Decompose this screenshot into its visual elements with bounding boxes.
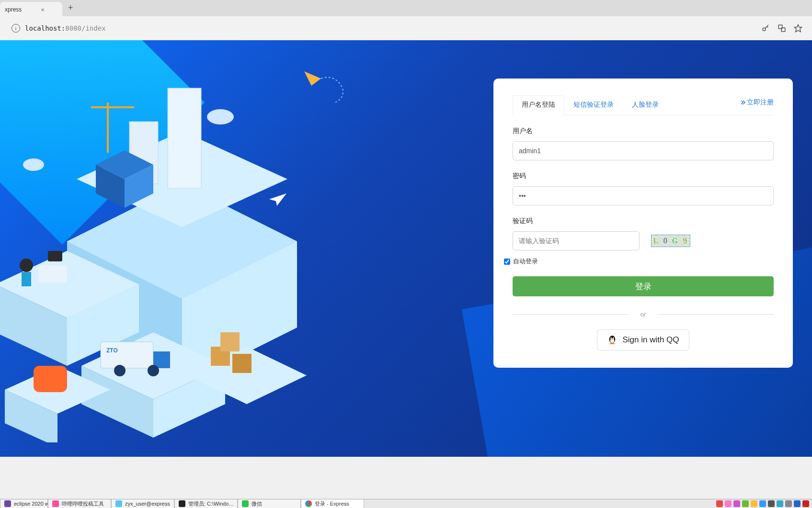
taskbar-label: zyx_user@express — [125, 501, 170, 507]
taskbar-item-cmd[interactable]: 管理员: C:\Windo… — [174, 499, 238, 508]
star-icon[interactable] — [794, 24, 802, 33]
login-button[interactable]: 登录 — [513, 276, 774, 296]
taskbar-item-wechat[interactable]: 微信 — [238, 499, 301, 508]
address-bar[interactable]: i localhost:8080/index — [5, 20, 752, 36]
tray-icon[interactable] — [716, 500, 723, 507]
app-icon — [52, 500, 59, 507]
translate-icon[interactable] — [778, 24, 786, 33]
browser-tabs-row: xpress × + — [0, 0, 812, 16]
svg-text:ZTO: ZTO — [106, 347, 118, 354]
taskbar-label: eclipse 2020 wor… — [14, 501, 48, 507]
or-divider-label: or — [629, 311, 658, 318]
app-icon — [242, 500, 249, 507]
tray-icon[interactable] — [777, 500, 783, 507]
url-host: localhost: — [25, 24, 65, 32]
taskbar-label: 登录 - Express — [315, 500, 349, 508]
url-path: 8080/index — [65, 24, 105, 32]
svg-point-44 — [613, 338, 614, 339]
tab-username-login[interactable]: 用户名登陆 — [513, 95, 564, 115]
svg-point-18 — [20, 259, 33, 272]
taskbar-label: 管理员: C:\Windo… — [188, 500, 234, 508]
hero-illustration: ZTO — [0, 59, 316, 442]
tray-icon[interactable] — [751, 500, 757, 507]
captcha-group: 验证码 L 0 G 9 — [513, 217, 774, 250]
login-card: 用户名登陆 短信验证登录 人脸登录 立即注册 用户名 密码 验证码 L — [493, 79, 793, 368]
browser-chrome: xpress × + i localhost:8080/index — [0, 0, 812, 40]
tray-icon[interactable] — [785, 500, 792, 507]
forward-icon — [740, 100, 746, 105]
username-group: 用户名 — [513, 127, 774, 160]
tray-icon[interactable] — [794, 500, 801, 507]
tray-icon[interactable] — [802, 500, 809, 507]
username-label: 用户名 — [513, 127, 774, 135]
taskbar-item-chrome[interactable]: 登录 - Express — [301, 499, 364, 508]
svg-rect-21 — [48, 251, 62, 261]
site-info-icon[interactable]: i — [11, 24, 20, 33]
register-link-label: 立即注册 — [747, 98, 774, 107]
system-tray[interactable] — [713, 499, 812, 508]
password-group: 密码 — [513, 172, 774, 205]
auto-login-row[interactable]: 自动登录 — [504, 257, 774, 266]
taskbar-label: 哔哩哔哩投稿工具 — [62, 500, 104, 508]
paper-plane-white-icon — [268, 192, 287, 207]
tab-face-login[interactable]: 人脸登录 — [623, 95, 668, 115]
svg-point-0 — [763, 28, 766, 31]
tab-sms-login[interactable]: 短信验证登录 — [564, 95, 623, 115]
username-input[interactable] — [513, 141, 774, 160]
paper-plane-icon — [302, 69, 359, 107]
svg-rect-8 — [168, 88, 201, 189]
tray-icon[interactable] — [768, 500, 775, 507]
key-icon[interactable] — [761, 24, 770, 33]
chrome-icon — [305, 500, 312, 507]
qq-signin-button[interactable]: Sign in with QQ — [597, 329, 689, 350]
new-tab-button[interactable]: + — [62, 0, 79, 16]
captcha-char-3: G — [672, 237, 679, 246]
svg-point-28 — [148, 365, 159, 376]
browser-tab-active[interactable]: xpress × — [0, 2, 62, 16]
svg-rect-20 — [38, 265, 67, 282]
password-input[interactable] — [513, 186, 774, 205]
svg-rect-25 — [101, 342, 153, 368]
svg-rect-36 — [34, 366, 67, 392]
svg-point-47 — [613, 343, 616, 344]
svg-point-46 — [609, 343, 612, 344]
svg-marker-3 — [795, 25, 802, 32]
svg-rect-33 — [220, 332, 240, 351]
windows-taskbar: eclipse 2020 wor… 哔哩哔哩投稿工具 zyx_user@expr… — [0, 499, 812, 508]
app-icon — [4, 500, 11, 507]
svg-rect-19 — [22, 272, 31, 286]
tab-title: xpress — [5, 6, 22, 13]
login-header: 用户名登陆 短信验证登录 人脸登录 立即注册 — [513, 95, 774, 115]
tray-icon[interactable] — [733, 500, 740, 507]
app-icon — [115, 500, 122, 507]
taskbar-item-bili[interactable]: 哔哩哔哩投稿工具 — [48, 499, 111, 508]
browser-toolbar: i localhost:8080/index — [0, 16, 812, 40]
captcha-char-4: 9 — [683, 237, 688, 246]
svg-point-38 — [23, 158, 44, 171]
svg-point-27 — [114, 365, 126, 376]
close-icon[interactable]: × — [41, 6, 45, 13]
auto-login-label: 自动登录 — [513, 257, 538, 266]
qq-signin-label: Sign in with QQ — [622, 335, 679, 345]
captcha-char-1: L — [653, 236, 660, 245]
tray-icon[interactable] — [725, 500, 732, 507]
qq-icon — [607, 335, 618, 345]
taskbar-label: 微信 — [252, 500, 262, 508]
captcha-image[interactable]: L 0 G 9 — [651, 235, 690, 247]
auto-login-checkbox[interactable] — [504, 259, 510, 265]
taskbar-item-eclipse[interactable]: eclipse 2020 wor… — [0, 499, 48, 508]
register-link[interactable]: 立即注册 — [740, 98, 774, 112]
tray-icon[interactable] — [759, 500, 766, 507]
login-tabs: 用户名登陆 短信验证登录 人脸登录 — [513, 95, 668, 115]
captcha-label: 验证码 — [513, 217, 774, 226]
captcha-char-2: 0 — [663, 237, 668, 245]
app-icon — [179, 500, 185, 507]
svg-point-37 — [207, 109, 234, 124]
browser-actions — [756, 24, 807, 33]
taskbar-item-user[interactable]: zyx_user@express — [111, 499, 174, 508]
page-content: ZTO 用户名登陆 短信验证登录 人脸登录 — [0, 40, 812, 457]
svg-point-45 — [611, 339, 613, 340]
tray-icon[interactable] — [742, 500, 749, 507]
captcha-input[interactable] — [513, 231, 640, 250]
or-divider: or — [513, 311, 774, 318]
